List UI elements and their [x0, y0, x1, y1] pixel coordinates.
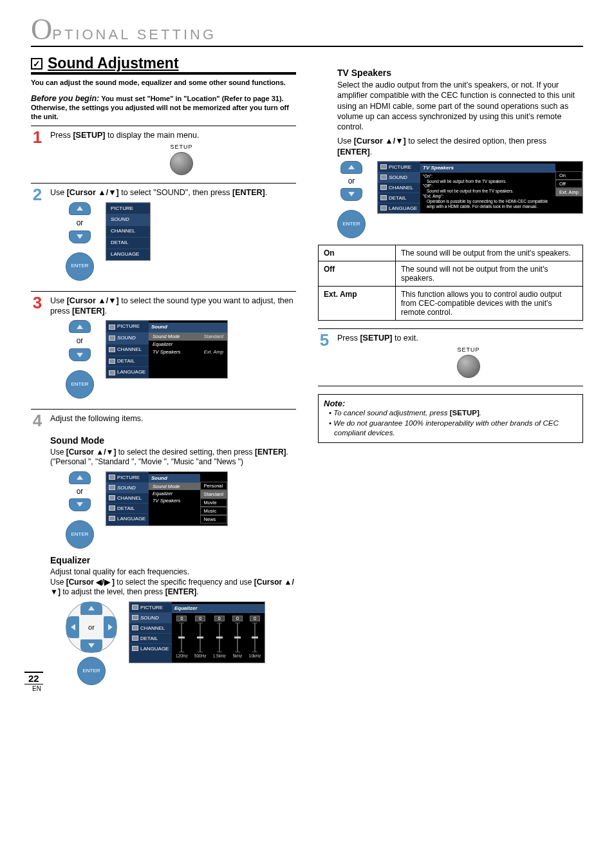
osd-equalizer: PICTURE SOUND CHANNEL DETAIL LANGUAGE Eq…: [129, 601, 265, 663]
or-label: or: [77, 335, 84, 346]
eq-l2b: to select the specific frequency and use: [115, 578, 254, 587]
setup-button-graphic: [457, 355, 480, 378]
step3-pre: Use: [50, 296, 67, 305]
language-icon: [109, 370, 115, 375]
before-you-begin-label: Before you begin:: [31, 94, 99, 103]
step2-mid: to select "SOUND", then press: [119, 188, 232, 197]
dpad-icon: or: [66, 601, 117, 653]
tv-ext-val: This function allows you to control audi…: [396, 286, 583, 320]
cursor-up-icon: [340, 161, 362, 174]
step-2: 2 Use [Cursor ▲/▼] to select "SOUND", th…: [31, 187, 296, 287]
cursor-up-icon: [80, 602, 102, 615]
step-number-3: 3: [31, 296, 44, 310]
sm-l1key: [Cursor ▲/▼]: [66, 448, 116, 457]
channel-icon: [109, 495, 115, 500]
language-icon: [132, 646, 138, 651]
tv-speakers-title: TV Speakers: [337, 68, 583, 78]
equalizer-title: Equalizer: [50, 555, 296, 565]
osd-sound-mode: PICTURE SOUND CHANNEL DETAIL LANGUAGE So…: [106, 471, 228, 526]
note-box: Note: To cancel sound adjustment, press …: [318, 394, 583, 443]
cursor-down-icon: [69, 231, 91, 243]
cursor-up-icon: [69, 320, 91, 333]
cursor-left-icon: [66, 616, 79, 638]
osd-tvspeakers: PICTURE SOUND CHANNEL DETAIL LANGUAGE TV…: [377, 161, 583, 214]
cursor-up-icon: [69, 202, 91, 215]
step5-key: [SETUP]: [360, 334, 392, 343]
step2-post: .: [265, 188, 267, 197]
setup-button-graphic: [170, 152, 193, 175]
table-row: Off The sound will not be output from th…: [319, 261, 583, 286]
section-intro: You can adjust the sound mode, equalizer…: [31, 79, 296, 88]
eq-l2d: .: [196, 587, 198, 596]
osd-sound-step3: PICTURE SOUND CHANNEL DETAIL LANGUAGE So…: [106, 320, 228, 379]
equalizer-chart: 0120Hz 0500Hz 01.5kHz 05kHz 010kHz: [172, 613, 265, 661]
enter-button-icon: ENTER: [66, 520, 94, 549]
picture-icon: [132, 605, 138, 610]
eq-l2c: to adjust the level, then press: [60, 587, 165, 596]
step2-key: [Cursor ▲/▼]: [67, 188, 119, 197]
remote-updown-enter-3: or ENTER: [66, 471, 94, 549]
step1-key: [SETUP]: [73, 131, 105, 140]
sound-mode-title: Sound Mode: [50, 435, 296, 446]
language-icon: [109, 516, 115, 521]
picture-icon: [109, 325, 115, 330]
step2-key2: [ENTER]: [232, 188, 265, 197]
sound-icon: [380, 175, 387, 180]
cursor-right-icon: [104, 616, 116, 638]
enter-button-icon: ENTER: [337, 210, 366, 238]
step-number-5: 5: [318, 333, 331, 348]
step-number-1: 1: [31, 130, 44, 145]
note-item-1: To cancel sound adjustment, press [SETUP…: [329, 408, 577, 418]
sm-l2: ("Personal ", "Standard ", "Movie ", "Mu…: [50, 457, 296, 467]
table-row: On The sound will be output from the uni…: [319, 245, 583, 261]
enter-button-icon: ENTER: [66, 252, 94, 281]
step-3: 3 Use [Cursor ▲/▼] to select the sound t…: [31, 296, 296, 406]
step5-post: to exit.: [392, 334, 418, 343]
header-dropcap: O: [31, 19, 52, 40]
setup-label: SETUP: [457, 346, 479, 354]
picture-icon: [109, 475, 115, 480]
or-label: or: [77, 218, 84, 228]
tvs-p2c: .: [370, 147, 372, 156]
page-number: 22 EN: [24, 673, 43, 693]
cursor-down-icon: [69, 348, 91, 361]
cursor-down-icon: [80, 639, 102, 652]
channel-icon: [380, 185, 387, 190]
cursor-up-icon: [69, 471, 91, 484]
eq-l1: Adjust tonal quality for each frequencie…: [50, 567, 296, 578]
or-label: or: [88, 623, 95, 631]
sound-icon: [132, 615, 138, 620]
language-icon: [380, 205, 387, 211]
osd-header-sound: Sound: [149, 323, 227, 333]
sm-l1b: to select the desired setting, then pres…: [116, 448, 254, 457]
header-title-text: PTIONAL SETTING: [52, 26, 216, 43]
sm-l1key2: [ENTER]: [255, 448, 286, 457]
setup-label: SETUP: [170, 143, 192, 151]
checkbox-icon: ✓: [31, 58, 42, 70]
step2-pre: Use: [50, 188, 67, 197]
detail-icon: [109, 359, 115, 364]
detail-icon: [109, 505, 115, 511]
section-title-row: ✓ Sound Adjustment: [31, 55, 296, 75]
remote-dpad-enter: or ENTER: [66, 601, 117, 685]
remote-updown-enter-2: or ENTER: [66, 320, 94, 399]
tv-on-val: The sound will be output from the unit's…: [396, 245, 583, 261]
page-header: O PTIONAL SETTING: [31, 19, 583, 47]
step5-pre: Press: [337, 334, 360, 343]
step-1: 1 Press [SETUP] to display the main menu…: [31, 130, 296, 179]
table-row: Ext. Amp This function allows you to con…: [319, 286, 583, 320]
detail-icon: [380, 195, 387, 200]
note-title: Note:: [324, 399, 577, 408]
remote-updown-enter: or ENTER: [66, 202, 94, 281]
tv-speakers-table: On The sound will be output from the uni…: [318, 245, 583, 321]
or-label: or: [77, 487, 84, 496]
cursor-down-icon: [69, 498, 91, 511]
section-title: Sound Adjustment: [48, 55, 179, 72]
tv-speakers-p1: Select the audio output from the unit's …: [337, 80, 583, 132]
picture-icon: [380, 164, 387, 169]
sm-l1c: .: [286, 448, 288, 457]
tvs-p2key: [Cursor ▲/▼]: [354, 137, 406, 146]
step3-post: .: [105, 307, 107, 316]
tv-off-key: Off: [319, 261, 396, 286]
step1-post: to display the main menu.: [105, 131, 199, 140]
